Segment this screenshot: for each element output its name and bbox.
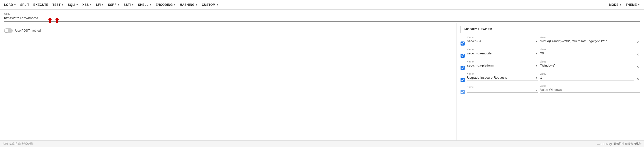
header-row-0-checkbox[interactable]	[461, 41, 465, 46]
header-row-1-value-input-row: ?0	[540, 51, 634, 56]
menu-test[interactable]: TEST ▼	[50, 0, 66, 9]
header-row-2-value-text[interactable]: "Windows"	[540, 64, 634, 68]
header-row-0-value-text[interactable]: "Not A(Brand";v="99", "Microsoft Edge";v…	[540, 39, 634, 43]
menu-theme-label: THEME	[626, 3, 637, 7]
menu-xss[interactable]: XSS ▼	[80, 0, 94, 9]
header-row-1-value-label: Value	[540, 48, 634, 51]
menu-test-label: TEST	[53, 3, 61, 7]
url-section: URL	[0, 10, 644, 23]
header-row-3-name-chevron[interactable]: ▼	[535, 76, 538, 79]
table-row: Name ▼ Value Value Windows	[461, 85, 640, 95]
header-row-1-close-button[interactable]: ×	[636, 53, 640, 57]
menu-mode-label: MODE	[609, 3, 618, 7]
svg-marker-0	[48, 17, 52, 23]
header-row-3-checkbox[interactable]	[461, 78, 465, 82]
menu-execute-label: EXECUTE	[33, 3, 48, 7]
header-row-4-name-chevron[interactable]: ▼	[535, 89, 538, 92]
header-rows: Name sec-ch-ua ▼ Value "Not A(Brand";v="…	[461, 36, 640, 95]
header-row-0-name-group: Name sec-ch-ua ▼	[467, 36, 538, 44]
header-row-0-close-button[interactable]: ×	[636, 40, 640, 45]
header-row-0-value-label: Value	[540, 36, 634, 39]
header-row-0-name-chevron[interactable]: ▼	[535, 40, 538, 43]
menu-execute[interactable]: EXECUTE	[31, 0, 50, 9]
modify-header-button[interactable]: MODIFY HEADER	[461, 26, 496, 33]
header-row-2-name-input-row: sec-ch-ua-platform ▼	[467, 64, 538, 68]
menu-lfi-chevron: ▼	[101, 4, 104, 6]
header-row-4-fields: Name ▼ Value Value Windows	[467, 85, 640, 93]
header-row-4-value-label: Value	[540, 85, 640, 87]
menu-xss-label: XSS	[82, 3, 89, 7]
header-row-2-checkbox[interactable]	[461, 66, 465, 70]
header-row-0-name-value[interactable]: sec-ch-ua	[467, 39, 534, 43]
main-content: Use POST method MODIFY HEADER Name sec-c…	[0, 23, 644, 145]
header-row-2-name-chevron[interactable]: ▼	[535, 64, 538, 67]
menu-ssrf-label: SSRF	[108, 3, 116, 7]
url-underline	[4, 21, 640, 22]
svg-marker-1	[55, 17, 59, 23]
header-row-4-value-text[interactable]: Value Windows	[540, 88, 640, 92]
post-method-toggle[interactable]	[4, 28, 13, 33]
header-row-0-value-input-row: "Not A(Brand";v="99", "Microsoft Edge";v…	[540, 39, 634, 44]
menu-custom[interactable]: CUSTOM ▼	[200, 0, 221, 9]
header-row-3-value-text[interactable]: 1	[540, 76, 634, 80]
header-row-3-value-input-row: 1	[540, 76, 634, 80]
header-row-3-value-group: Value 1	[540, 72, 634, 80]
url-input[interactable]	[4, 16, 640, 20]
header-row-3-fields: Name Upgrade-Insecure-Requests ▼ Value 1	[467, 72, 634, 80]
header-row-3-name-group: Name Upgrade-Insecure-Requests ▼	[467, 72, 538, 80]
menu-right: MODE ▼ THEME ▼	[607, 3, 642, 7]
header-row-3-name-value[interactable]: Upgrade-Insecure-Requests	[467, 76, 534, 80]
header-row-3-close-button[interactable]: ×	[636, 77, 640, 81]
header-row-2-name-group: Name sec-ch-ua-platform ▼	[467, 60, 538, 68]
header-row-2-value-group: Value "Windows"	[540, 60, 634, 68]
header-row-4-value-group: Value Value Windows	[540, 85, 640, 93]
header-row-4-name-label: Name	[467, 86, 538, 89]
menu-shell-chevron: ▼	[149, 4, 151, 6]
csdn-watermark: — CSDN @	[597, 142, 612, 145]
menu-ssti-chevron: ▼	[131, 4, 134, 6]
header-row-1-name-input-row: sec-ch-ua-mobile ▼	[467, 51, 538, 56]
menu-xss-chevron: ▼	[90, 4, 92, 6]
right-panel: MODIFY HEADER Name sec-ch-ua ▼ Value	[456, 23, 644, 145]
header-row-4-checkbox[interactable]	[461, 90, 465, 94]
menu-encoding[interactable]: ENCODING ▼	[154, 0, 178, 9]
header-row-1-name-value[interactable]: sec-ch-ua-mobile	[467, 51, 534, 55]
table-row: Name sec-ch-ua-platform ▼ Value "Windows…	[461, 60, 640, 71]
arrow-up-1-icon	[48, 17, 52, 23]
menu-hashing[interactable]: HASHING ▼	[178, 0, 200, 9]
menu-sqli-chevron: ▼	[76, 4, 78, 6]
menu-ssrf-chevron: ▼	[117, 4, 120, 6]
menu-sqli[interactable]: SQLI ▼	[66, 0, 80, 9]
menu-theme-chevron: ▼	[638, 4, 640, 6]
menu-test-chevron: ▼	[61, 4, 64, 6]
menu-split[interactable]: SPLIT	[18, 0, 31, 9]
header-row-1-name-chevron[interactable]: ▼	[535, 52, 538, 55]
menu-ssti-label: SSTI	[124, 3, 131, 7]
menu-mode[interactable]: MODE ▼	[607, 3, 624, 7]
header-row-2-close-button[interactable]: ×	[636, 65, 640, 69]
header-row-1-value-group: Value ?0	[540, 48, 634, 56]
menu-shell-label: SHELL	[138, 3, 148, 7]
menu-hashing-label: HASHING	[180, 3, 195, 7]
header-row-1-fields: Name sec-ch-ua-mobile ▼ Value ?0	[467, 48, 634, 56]
header-row-1-checkbox[interactable]	[461, 54, 465, 58]
header-row-3-name-label: Name	[467, 72, 538, 75]
menu-hashing-chevron: ▼	[195, 4, 198, 6]
menu-ssrf[interactable]: SSRF ▼	[106, 0, 122, 9]
header-row-4-name-group: Name ▼	[467, 86, 538, 93]
menu-load[interactable]: LOAD ▼	[2, 0, 18, 9]
bottom-bar: 加载 完成 完成 测试使用| — CSDN @ 勤致许牛在线大刀兄争	[0, 140, 644, 145]
post-method-label: Use POST method	[15, 29, 41, 32]
menu-ssti[interactable]: SSTI ▼	[122, 0, 136, 9]
menu-lfi[interactable]: LFI ▼	[94, 0, 106, 9]
menu-custom-chevron: ▼	[216, 4, 218, 6]
menu-shell[interactable]: SHELL ▼	[136, 0, 154, 9]
header-row-2-name-value[interactable]: sec-ch-ua-platform	[467, 64, 534, 68]
header-row-2-value-input-row: "Windows"	[540, 64, 634, 68]
header-row-4-name-value[interactable]	[467, 90, 534, 91]
menu-bar: LOAD ▼ SPLIT EXECUTE TEST ▼ SQLI ▼ XSS ▼…	[0, 0, 644, 10]
header-row-1-value-text[interactable]: ?0	[540, 51, 634, 55]
left-panel: Use POST method	[0, 23, 456, 145]
post-method-toggle-row: Use POST method	[4, 28, 452, 33]
menu-theme[interactable]: THEME ▼	[624, 3, 642, 7]
